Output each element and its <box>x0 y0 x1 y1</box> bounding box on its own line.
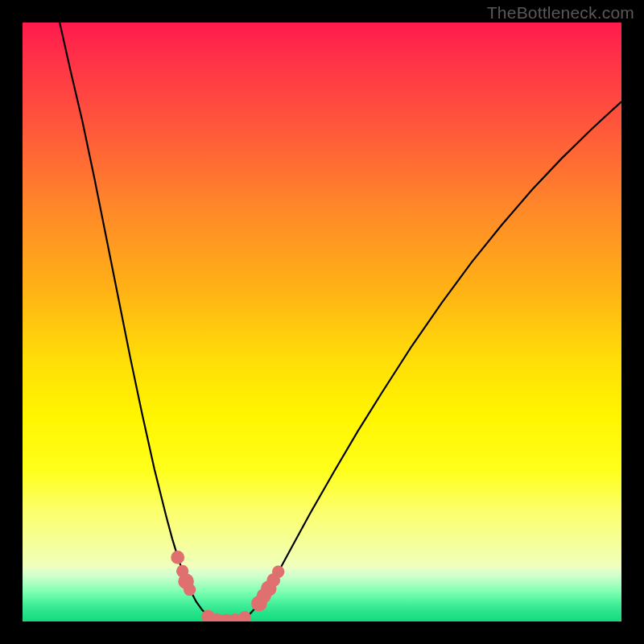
watermark-text: TheBottleneck.com <box>487 3 634 23</box>
plot-area <box>23 23 621 621</box>
curve-marker <box>184 584 196 596</box>
curve-marker <box>238 611 250 621</box>
curve-path <box>60 23 621 621</box>
curve-marker <box>272 566 284 578</box>
bottleneck-curve <box>23 23 621 621</box>
curve-markers <box>171 551 284 621</box>
curve-marker <box>171 551 184 564</box>
chart-frame: TheBottleneck.com <box>0 0 644 644</box>
